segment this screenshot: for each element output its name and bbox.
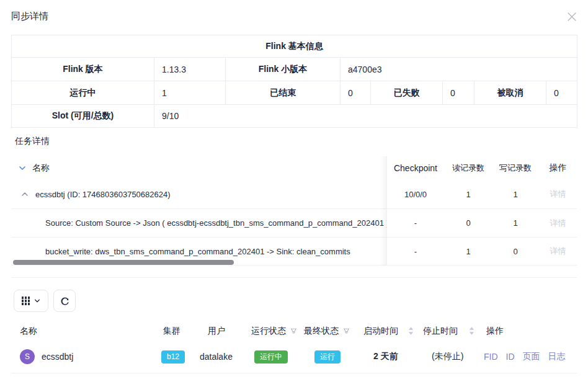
slot-label: Slot (可用/总数) — [12, 105, 154, 128]
task-table-header: 名称 Checkpoint 读记录数 写记录数 操作 — [11, 156, 577, 180]
stop-time: (未停止) — [417, 351, 479, 362]
slot-value: 9/10 — [154, 105, 577, 128]
refresh-icon — [60, 297, 69, 306]
grid-icon — [22, 297, 30, 305]
log-link[interactable]: 日志 — [548, 351, 566, 362]
chevron-down-icon — [34, 297, 40, 306]
detail-link[interactable]: 详情 — [550, 218, 566, 228]
flink-info-table: Flink 基本信息 Flink 版本 1.13.3 Flink 小版本 a47… — [11, 35, 577, 128]
sorter-icon[interactable] — [408, 327, 414, 335]
avatar: S — [20, 349, 35, 364]
start-time: 2 天前 — [355, 351, 417, 362]
column-start-time: 启动时间 — [363, 326, 398, 337]
column-final-status: 最终状态 — [304, 326, 339, 337]
chevron-down-icon[interactable] — [19, 164, 26, 172]
horizontal-scrollbar[interactable] — [13, 260, 234, 265]
failed-label: 已失败 — [371, 81, 443, 105]
running-value: 1 — [154, 81, 226, 105]
section-divider — [11, 277, 577, 278]
task-table: 名称 Checkpoint 读记录数 写记录数 操作 ecssdbtj (ID:… — [11, 156, 577, 265]
checkpoint-value: 10/0/0 — [386, 190, 445, 199]
task-section-title: 任务详情 — [15, 136, 50, 147]
finished-value: 0 — [341, 81, 371, 105]
column-write-records: 写记录数 — [492, 163, 539, 174]
cluster-badge: b12 — [161, 350, 185, 363]
column-checkpoint: Checkpoint — [386, 163, 445, 173]
flink-version-label: Flink 版本 — [12, 58, 154, 81]
filter-icon[interactable] — [290, 328, 297, 334]
jobs-table: 名称 集群 用户 运行状态 最终状态 启动时间 — [11, 321, 577, 373]
write-records-value: 1 — [492, 218, 539, 228]
column-read-records: 读记录数 — [445, 163, 492, 174]
table-row: ecssdbtj (ID: 1746803603750682624) 10/0/… — [11, 180, 577, 209]
write-records-value: 1 — [492, 190, 539, 199]
detail-link[interactable]: 详情 — [550, 246, 566, 256]
column-user: 用户 — [198, 326, 245, 337]
id-link[interactable]: ID — [506, 352, 515, 362]
final-status-badge: 运行 — [314, 350, 341, 363]
table-row: S ecssdbtj b12 datalake 运行中 运行 2 天前 (未停止… — [11, 341, 577, 373]
cancelled-label: 被取消 — [474, 81, 546, 105]
column-name: 名称 — [32, 163, 50, 174]
flink-version-value: 1.13.3 — [154, 58, 226, 81]
job-name: ecssdbtj — [42, 352, 73, 362]
sorter-icon[interactable] — [469, 327, 474, 335]
run-status-badge: 运行中 — [254, 350, 288, 363]
read-records-value: 1 — [445, 247, 492, 256]
running-label: 运行中 — [12, 81, 154, 105]
job-user: datalake — [198, 352, 245, 362]
failed-value: 0 — [443, 81, 474, 105]
task-name: bucket_write: dws_tbn_sms_command_p_comm… — [45, 247, 350, 256]
read-records-value: 1 — [445, 190, 492, 199]
fixed-column-divider — [386, 156, 387, 265]
sync-details-modal: 同步详情 Flink 基本信息 Flink 版本 1.13.3 Flink 小版… — [0, 0, 588, 379]
write-records-value: 0 — [492, 247, 539, 256]
column-settings-button[interactable] — [14, 290, 48, 312]
column-actions: 操作 — [479, 326, 577, 337]
finished-label: 已结束 — [226, 81, 341, 105]
filter-icon[interactable] — [343, 328, 350, 334]
checkpoint-value: - — [386, 247, 445, 256]
fid-link[interactable]: FID — [484, 352, 498, 362]
checkpoint-value: - — [386, 218, 445, 228]
page-link[interactable]: 页面 — [523, 351, 540, 362]
flink-minor-version-label: Flink 小版本 — [226, 58, 341, 81]
cancelled-value: 0 — [546, 81, 577, 105]
refresh-button[interactable] — [53, 290, 76, 312]
column-actions: 操作 — [539, 163, 577, 174]
detail-link[interactable]: 详情 — [550, 189, 566, 198]
column-run-status: 运行状态 — [251, 326, 286, 337]
table-row: Source: Custom Source -> Json ( ecssdbtj… — [11, 209, 577, 238]
page-title: 同步详情 — [11, 11, 48, 22]
column-stop-time: 停止时间 — [423, 326, 458, 337]
chevron-up-icon[interactable] — [21, 190, 29, 198]
flink-minor-version-value: a4700e3 — [341, 58, 577, 81]
flink-info-title: Flink 基本信息 — [12, 35, 577, 58]
task-name: Source: Custom Source -> Json ( ecssdbtj… — [45, 218, 386, 228]
column-cluster: 集群 — [155, 326, 198, 337]
column-name: 名称 — [11, 326, 155, 337]
task-name: ecssdbtj (ID: 1746803603750682624) — [35, 190, 171, 199]
read-records-value: 0 — [445, 218, 492, 228]
close-icon[interactable] — [565, 10, 579, 24]
jobs-table-header: 名称 集群 用户 运行状态 最终状态 启动时间 — [11, 321, 577, 341]
